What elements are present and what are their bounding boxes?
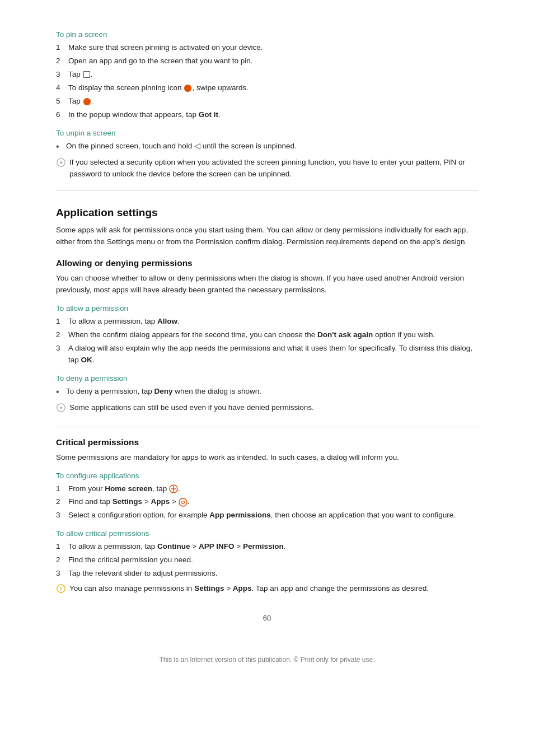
- to-unpin-heading: To unpin a screen: [56, 129, 478, 137]
- svg-text:!: !: [60, 585, 62, 592]
- allow-step-3: 3 A dialog will also explain why the app…: [56, 343, 478, 366]
- to-configure-heading: To configure applications: [56, 472, 478, 480]
- section-divider-2: [56, 427, 478, 427]
- svg-point-0: [184, 85, 191, 92]
- to-pin-heading: To pin a screen: [56, 30, 478, 39]
- to-pin-step-3: 3 Tap .: [56, 69, 478, 81]
- critical-tip: ! You can also manage permissions in Set…: [56, 583, 478, 597]
- configure-step-1: 1 From your Home screen, tap .: [56, 483, 478, 495]
- to-deny-tip: ✦ Some applications can still be used ev…: [56, 402, 478, 416]
- to-allow-critical-heading: To allow critical permissions: [56, 529, 478, 538]
- to-pin-step-4: 4 To display the screen pinning icon , s…: [56, 82, 478, 94]
- allowing-denying-heading: Allowing or denying permissions: [56, 258, 478, 268]
- to-deny-bullet: • To deny a permission, tap Deny when th…: [56, 386, 478, 399]
- application-settings-body: Some apps will ask for permissions once …: [56, 225, 478, 248]
- to-deny-permission-section: To deny a permission • To deny a permiss…: [56, 374, 478, 417]
- critical-step-2: 2 Find the critical permission you need.: [56, 554, 478, 566]
- to-unpin-section: To unpin a screen • On the pinned screen…: [56, 129, 478, 181]
- square-icon: [83, 71, 90, 78]
- configure-step-3: 3 Select a configuration option, for exa…: [56, 510, 478, 521]
- configure-step-2: 2 Find and tap Settings > Apps > .: [56, 496, 478, 508]
- critical-permissions-heading: Critical permissions: [56, 437, 478, 447]
- allowing-denying-section: Allowing or denying permissions You can …: [56, 258, 478, 296]
- exclaim-icon: !: [56, 584, 69, 597]
- gear-icon: [179, 498, 188, 507]
- critical-step-3: 3 Tap the relevant slider to adjust perm…: [56, 568, 478, 580]
- apps-icon: [169, 484, 178, 493]
- to-pin-step-6: 6 In the popup window that appears, tap …: [56, 109, 478, 121]
- section-divider-1: [56, 190, 478, 191]
- allow-step-2: 2 When the confirm dialog appears for th…: [56, 329, 478, 341]
- tip-star-icon-2: ✦: [56, 403, 66, 413]
- application-settings-heading: Application settings: [56, 207, 478, 219]
- to-allow-permission-list: 1 To allow a permission, tap Allow. 2 Wh…: [56, 316, 478, 366]
- allowing-denying-body: You can choose whether to allow or deny …: [56, 273, 478, 296]
- to-pin-section: To pin a screen 1 Make sure that screen …: [56, 30, 478, 121]
- pin-icon: [184, 84, 192, 92]
- svg-text:✦: ✦: [59, 160, 63, 166]
- tip-star-icon: ✦: [56, 157, 66, 167]
- to-pin-step-5: 5 Tap .: [56, 96, 478, 108]
- critical-permissions-section: Critical permissions Some permissions ar…: [56, 437, 478, 464]
- to-pin-list: 1 Make sure that screen pinning is activ…: [56, 42, 478, 121]
- to-allow-permission-section: To allow a permission 1 To allow a permi…: [56, 304, 478, 366]
- to-configure-applications-section: To configure applications 1 From your Ho…: [56, 472, 478, 522]
- svg-point-9: [179, 498, 187, 506]
- to-deny-permission-heading: To deny a permission: [56, 374, 478, 382]
- critical-permissions-body: Some permissions are mandatory for apps …: [56, 452, 478, 464]
- to-unpin-bullet: • On the pinned screen, touch and hold ◁…: [56, 141, 478, 154]
- to-pin-step-1: 1 Make sure that screen pinning is activ…: [56, 42, 478, 54]
- page-footer: This is an Internet version of this publ…: [56, 656, 478, 664]
- svg-text:✦: ✦: [59, 405, 63, 411]
- to-allow-critical-list: 1 To allow a permission, tap Continue > …: [56, 541, 478, 580]
- to-unpin-tip: ✦ If you selected a security option when…: [56, 157, 478, 180]
- to-pin-step-2: 2 Open an app and go to the screen that …: [56, 55, 478, 67]
- svg-point-1: [83, 98, 90, 105]
- svg-point-10: [181, 501, 184, 503]
- page-number: 60: [56, 614, 478, 622]
- tap-icon: [83, 97, 91, 106]
- critical-step-1: 1 To allow a permission, tap Continue > …: [56, 541, 478, 553]
- to-configure-list: 1 From your Home screen, tap . 2 Find an…: [56, 483, 478, 522]
- application-settings-section: Application settings Some apps will ask …: [56, 207, 478, 248]
- to-allow-critical-section: To allow critical permissions 1 To allow…: [56, 529, 478, 597]
- allow-step-1: 1 To allow a permission, tap Allow.: [56, 316, 478, 328]
- exclaim-svg: !: [56, 584, 66, 594]
- to-allow-permission-heading: To allow a permission: [56, 304, 478, 312]
